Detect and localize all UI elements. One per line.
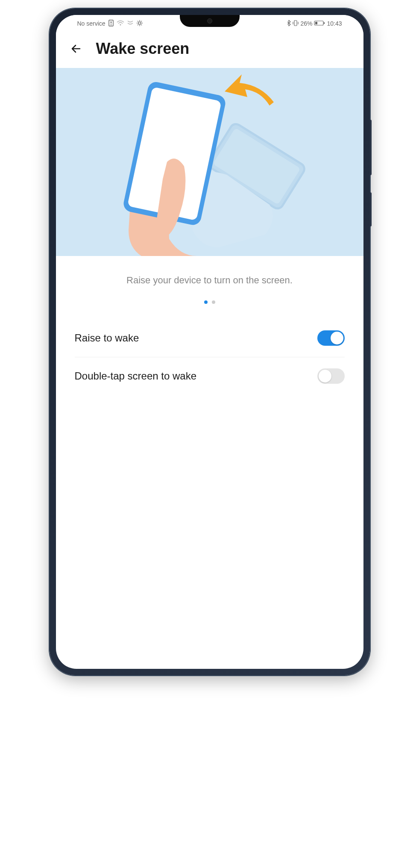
battery-icon xyxy=(314,20,325,27)
setting-raise-to-wake: Raise to wake xyxy=(75,319,345,357)
sim-alert-icon xyxy=(108,20,114,28)
gear-icon xyxy=(136,20,143,28)
pager-dots[interactable] xyxy=(56,300,363,319)
page-title: Wake screen xyxy=(96,40,190,58)
svg-rect-8 xyxy=(324,22,325,24)
vibrate-icon xyxy=(293,20,299,28)
svg-point-3 xyxy=(120,24,121,25)
header-bar: Wake screen xyxy=(56,32,363,68)
raise-to-wake-toggle[interactable] xyxy=(317,330,345,346)
back-button[interactable] xyxy=(69,41,84,56)
setting-double-tap-wake: Double-tap screen to wake xyxy=(75,357,345,395)
power-button[interactable] xyxy=(370,192,372,227)
setting-label: Raise to wake xyxy=(75,332,139,344)
phone-frame: No service xyxy=(50,9,370,675)
notch xyxy=(180,15,240,27)
double-tap-wake-toggle[interactable] xyxy=(317,368,345,384)
screen: No service xyxy=(56,15,363,669)
wifi-icon xyxy=(117,20,124,27)
bluetooth-icon xyxy=(287,20,291,28)
svg-point-4 xyxy=(138,22,141,24)
setting-label: Double-tap screen to wake xyxy=(75,370,197,382)
svg-rect-2 xyxy=(111,24,111,25)
raise-to-wake-illustration xyxy=(56,68,363,256)
settings-list: Raise to wake Double-tap screen to wake xyxy=(56,319,363,395)
pager-dot-1 xyxy=(212,300,215,304)
carrier-text: No service xyxy=(77,20,105,27)
clock: 10:43 xyxy=(327,20,342,27)
volume-button[interactable] xyxy=(370,120,372,175)
pager-dot-0 xyxy=(204,300,208,304)
svg-rect-5 xyxy=(294,21,297,26)
svg-rect-1 xyxy=(111,21,111,24)
toggle-knob xyxy=(319,370,331,383)
svg-rect-7 xyxy=(315,22,317,24)
front-camera xyxy=(207,18,212,24)
battery-percent: 26% xyxy=(300,20,312,27)
toggle-knob xyxy=(331,332,343,344)
illustration-caption: Raise your device to turn on the screen. xyxy=(56,256,363,300)
data-icon xyxy=(127,20,134,27)
